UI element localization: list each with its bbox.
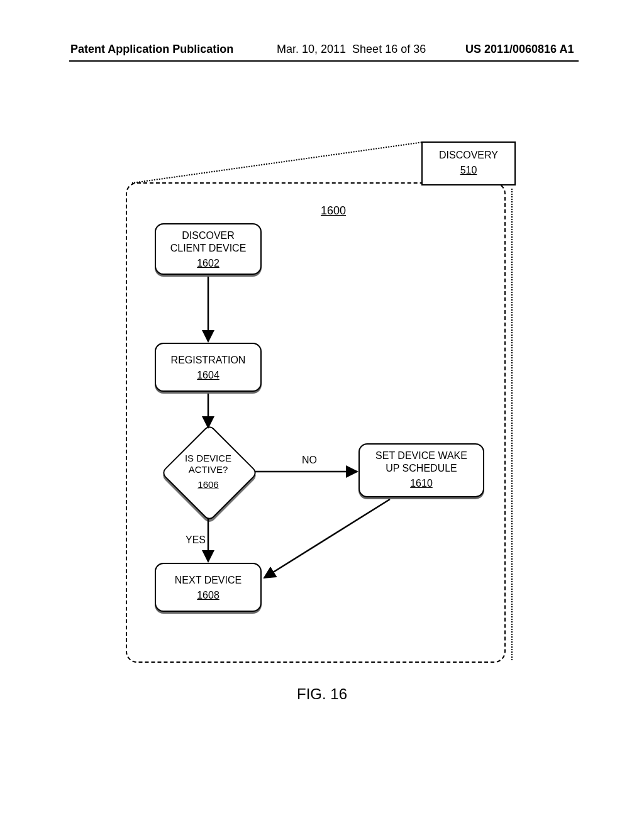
callout-line-right — [511, 189, 513, 660]
header-sheet: Sheet 16 of 36 — [352, 43, 426, 55]
process-ref: 1600 — [321, 204, 346, 218]
next-ref: 1608 — [156, 589, 260, 602]
header-rule — [69, 60, 579, 62]
callout-line-top — [132, 141, 422, 184]
next-device-box: NEXT DEVICE 1608 — [155, 563, 262, 612]
label-no: NO — [302, 455, 317, 466]
decision-ref: 1606 — [197, 479, 218, 490]
discovery-box: DISCOVERY 510 — [421, 141, 516, 185]
decision-line2: ACTIVE? — [189, 464, 228, 475]
wakeup-line2: UP SCHEDULE — [386, 463, 457, 473]
discover-ref: 1602 — [156, 257, 260, 270]
page: Patent Application Publication Mar. 10, … — [0, 0, 644, 830]
decision-is-device-active: IS DEVICE ACTIVE? 1606 — [161, 424, 255, 519]
figure-caption: FIG. 16 — [0, 685, 644, 703]
header-pubno: US 2011/0060816 A1 — [465, 43, 574, 56]
registration-box: REGISTRATION 1604 — [155, 343, 262, 392]
wakeup-line1: SET DEVICE WAKE — [375, 450, 467, 461]
header-date: Mar. 10, 2011 — [277, 43, 346, 55]
label-yes: YES — [186, 534, 206, 546]
registration-line1: REGISTRATION — [171, 355, 246, 365]
flowchart-diagram: DISCOVERY 510 1600 DISCOVER CLIENT DEVIC… — [126, 141, 516, 663]
decision-line1: IS DEVICE — [185, 453, 231, 464]
set-wakeup-schedule-box: SET DEVICE WAKE UP SCHEDULE 1610 — [358, 443, 484, 497]
header-date-sheet: Mar. 10, 2011 Sheet 16 of 36 — [277, 43, 426, 56]
header-publication-label: Patent Application Publication — [70, 43, 233, 56]
next-line1: NEXT DEVICE — [175, 575, 242, 585]
wakeup-ref: 1610 — [360, 477, 483, 490]
discover-line2: CLIENT DEVICE — [170, 243, 247, 253]
decision-text: IS DEVICE ACTIVE? 1606 — [161, 424, 255, 519]
discover-line1: DISCOVER — [182, 230, 235, 241]
discovery-ref: 510 — [423, 164, 514, 177]
discover-client-device-box: DISCOVER CLIENT DEVICE 1602 — [155, 223, 262, 275]
registration-ref: 1604 — [156, 369, 260, 382]
discovery-label: DISCOVERY — [439, 150, 498, 160]
